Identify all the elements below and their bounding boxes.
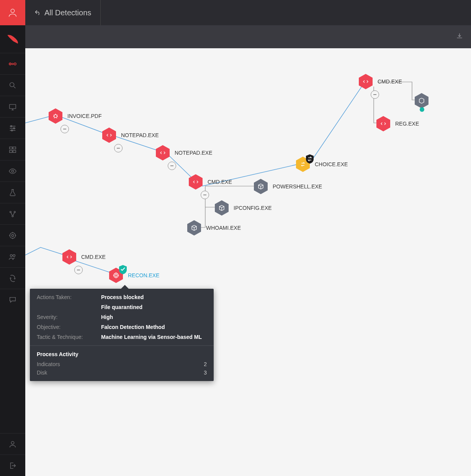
shield-check-badge — [119, 265, 127, 275]
tt-val: High — [101, 314, 113, 320]
code-icon — [362, 78, 369, 85]
user-avatar-button[interactable] — [0, 0, 25, 25]
sidebar-item-configure[interactable] — [0, 117, 25, 139]
cube-icon — [218, 204, 225, 211]
tt-key: Severity: — [37, 314, 101, 320]
tt-activity-val: 2 — [204, 361, 207, 367]
node-label: REG.EXE — [395, 121, 419, 127]
node-label: WHOAMI.EXE — [206, 225, 241, 231]
tt-key: Tactic & Technique: — [37, 334, 101, 340]
node-ipconfig[interactable]: IPCONFIG.EXE — [214, 200, 272, 216]
tt-activity-key: Disk — [37, 370, 47, 376]
svg-point-35 — [115, 274, 117, 276]
svg-point-16 — [11, 234, 14, 237]
cube-icon — [191, 224, 198, 231]
svg-point-15 — [12, 215, 13, 217]
sidebar-item-support[interactable] — [0, 289, 25, 310]
collapse-toggle[interactable] — [201, 191, 209, 199]
svg-point-22 — [54, 115, 57, 118]
sliders-icon — [8, 124, 17, 132]
sidebar-item-hosts[interactable] — [0, 96, 25, 117]
sidebar-item-sandbox[interactable] — [0, 182, 25, 203]
sidebar-item-search[interactable] — [0, 74, 25, 96]
node-label: CMD.EXE — [81, 254, 106, 260]
eye-icon — [8, 167, 17, 175]
collapse-toggle[interactable] — [114, 144, 123, 152]
node-label: INVOICE.PDF — [67, 113, 101, 119]
sidebar-item-dashboard[interactable] — [0, 139, 25, 160]
code-icon — [106, 132, 113, 139]
node-powershell[interactable]: POWERSHELL.EXE — [253, 178, 322, 195]
bug-icon — [52, 113, 59, 119]
logout-icon — [8, 461, 17, 470]
node-label: POWERSHELL.EXE — [273, 183, 322, 190]
node-choice[interactable]: CHOICE.EXE — [296, 156, 348, 172]
svg-point-14 — [14, 211, 16, 213]
list-icon — [8, 146, 17, 154]
target-icon — [8, 231, 17, 240]
tt-activity-header: Process Activity — [37, 351, 207, 357]
download-icon — [456, 32, 463, 40]
tt-val: Falcon Detection Method — [101, 324, 165, 330]
svg-point-3 — [10, 82, 14, 87]
detection-tooltip: Actions Taken:Process blocked File quara… — [30, 289, 214, 381]
svg-point-19 — [13, 254, 15, 257]
topbar: All Detections — [0, 0, 471, 25]
node-invoice[interactable]: INVOICE.PDF — [48, 108, 101, 124]
activity-icon — [8, 60, 17, 68]
svg-point-0 — [11, 9, 14, 13]
svg-point-17 — [10, 232, 16, 238]
tt-val: Process blocked — [101, 294, 144, 300]
node-label: CMD.EXE — [208, 179, 232, 185]
sidebar-item-intel[interactable] — [0, 224, 25, 246]
brand-logo[interactable] — [0, 25, 25, 53]
process-tree-canvas[interactable]: INVOICE.PDF NOTEPAD.EXE NOTEPAD.EXE CMD.… — [25, 48, 471, 476]
node-label: CHOICE.EXE — [315, 161, 348, 167]
svg-point-1 — [10, 63, 10, 64]
tt-val: Machine Learning via Sensor-based ML — [101, 334, 202, 340]
svg-rect-8 — [10, 147, 12, 149]
tt-activity-key: Indicators — [37, 361, 60, 367]
back-arrow-icon — [34, 9, 41, 16]
svg-point-12 — [11, 170, 14, 172]
sidebar-item-profile[interactable] — [0, 433, 25, 455]
sidebar-item-activity[interactable] — [0, 53, 25, 74]
tt-val: File quarantined — [101, 304, 142, 310]
node-cmd1[interactable]: CMD.EXE — [188, 174, 232, 190]
cube-icon — [257, 183, 264, 190]
flask-icon — [8, 188, 17, 197]
collapse-toggle[interactable] — [168, 162, 176, 170]
svg-point-2 — [12, 63, 13, 65]
back-label: All Detections — [44, 8, 91, 17]
back-all-detections[interactable]: All Detections — [25, 0, 101, 25]
node-label: IPCONFIG.EXE — [234, 205, 272, 211]
collapse-toggle[interactable] — [74, 266, 83, 274]
collapse-toggle[interactable] — [61, 125, 69, 133]
node-notepad2[interactable]: NOTEPAD.EXE — [155, 145, 213, 161]
sidebar-item-discover[interactable] — [0, 160, 25, 182]
node-edge-partial[interactable] — [414, 93, 429, 109]
node-label: RECON.EXE — [128, 272, 159, 278]
node-whoami[interactable]: WHOAMI.EXE — [187, 220, 241, 236]
download-button[interactable] — [456, 32, 463, 41]
node-cmd2[interactable]: CMD.EXE — [358, 74, 402, 90]
svg-point-13 — [10, 211, 11, 213]
svg-point-36 — [114, 273, 118, 278]
svg-rect-4 — [10, 104, 16, 108]
node-reg[interactable]: REG.EXE — [376, 116, 419, 132]
sidebar-item-store[interactable] — [0, 267, 25, 289]
collapse-toggle[interactable] — [371, 90, 379, 99]
monitor-icon — [8, 103, 17, 111]
status-dot — [420, 107, 424, 112]
svg-point-18 — [10, 254, 12, 257]
node-recon[interactable]: RECON.EXE — [109, 267, 159, 283]
node-label: NOTEPAD.EXE — [121, 132, 159, 138]
tt-key: Objective: — [37, 324, 101, 330]
sidebar-item-logout[interactable] — [0, 455, 25, 476]
node-cmd3[interactable]: CMD.EXE — [62, 249, 106, 265]
swap-icon — [8, 274, 17, 283]
sidebar-item-users[interactable] — [0, 246, 25, 267]
sidebar-item-tree[interactable] — [0, 203, 25, 224]
node-notepad1[interactable]: NOTEPAD.EXE — [102, 127, 159, 143]
node-label: CMD.EXE — [378, 79, 402, 85]
